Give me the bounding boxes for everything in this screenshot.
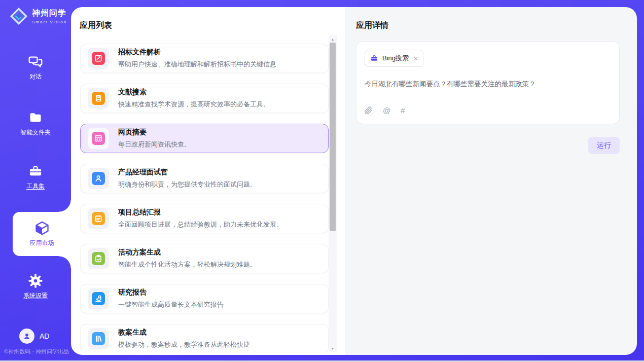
brand-name: 神州问学 [32, 8, 67, 19]
folder-icon [28, 111, 43, 125]
scrollbar-thumb[interactable] [330, 43, 336, 231]
tool-chip-label: Bing搜索 [382, 54, 409, 63]
app-name: 研究报告 [118, 288, 224, 297]
books-icon [94, 335, 102, 343]
list-item[interactable]: 网页摘要 每日政府新闻资讯快查。 [80, 124, 329, 153]
app-texts: 产品经理面试官 明确身份和职责，为您提供专业性的面试问题。 [118, 168, 257, 189]
sidebar-item-label: 应用市场 [30, 239, 54, 247]
app-name: 招标文件解析 [118, 48, 276, 57]
app-description: 每日政府新闻资讯快查。 [118, 140, 191, 149]
app-name: 活动方案生成 [118, 248, 257, 257]
app-description: 明确身份和职责，为您提供专业性的面试问题。 [118, 180, 257, 189]
app-name: 产品经理面试官 [118, 168, 257, 177]
prompt-text[interactable]: 今日湖北有哪些新闻要点？有哪些需要关注的最新政策？ [365, 80, 611, 106]
app-texts: 项目总结汇报 全面回顾项目进展，总结经验教训，助力未来优化发展。 [118, 208, 283, 229]
book-icon [94, 94, 102, 102]
app-texts: 教案生成 模板驱动，教案秒成，教学准备从此轻松快捷 [118, 328, 250, 349]
app-name: 项目总结汇报 [118, 208, 283, 217]
chip-close-icon[interactable]: × [414, 55, 418, 62]
clipboard-check-icon [92, 252, 105, 265]
briefcase-icon [370, 54, 378, 62]
app-icon-box [88, 88, 109, 109]
app-texts: 文献搜索 快速精准查找学术资源，提高研究效率的必备工具。 [118, 88, 270, 109]
sidebar-item-toolbox[interactable]: 工具集 [0, 164, 71, 191]
list-item[interactable]: 招标文件解析 帮助用户快速、准确地理解和解析招标书中的关键信息 [80, 44, 329, 73]
app-description: 一键智能生成高质量长文本研究报告 [118, 300, 224, 309]
tab-curve-top [59, 200, 71, 212]
brand-logo-icon [9, 7, 28, 26]
brand-subtitle: Smart Vision [32, 20, 67, 24]
app-list: 招标文件解析 帮助用户快速、准确地理解和解析招标书中的关键信息 文献搜索 快速精… [80, 44, 329, 352]
brand-logo: 神州问学 Smart Vision [9, 7, 67, 26]
user-initials: AD [40, 332, 49, 340]
app-icon-box [88, 208, 109, 229]
app-texts: 网页摘要 每日政府新闻资讯快查。 [118, 128, 191, 149]
sidebar-item-folder[interactable]: 智能文件夹 [0, 111, 71, 137]
browser-code-icon [92, 132, 105, 145]
list-item[interactable]: 文献搜索 快速精准查找学术资源，提高研究效率的必备工具。 [80, 84, 329, 113]
run-button[interactable]: 运行 [588, 137, 620, 154]
prompt-card: Bing搜索 × 今日湖北有哪些新闻要点？有哪些需要关注的最新政策？ @ # [356, 41, 620, 124]
microscope-icon [92, 292, 105, 305]
user-account[interactable]: AD [19, 329, 49, 344]
gear-icon [28, 274, 43, 288]
pen-document-icon [92, 52, 105, 65]
sidebar-item-chat[interactable]: 对话 [0, 55, 71, 81]
prompt-toolbar: @ # [365, 106, 611, 116]
app-texts: 研究报告 一键智能生成高质量长文本研究报告 [118, 288, 224, 309]
app-description: 帮助用户快速、准确地理解和解析招标书中的关键信息 [118, 60, 276, 69]
list-item[interactable]: 活动方案生成 智能生成个性化活动方案，轻松解决规划难题。 [80, 244, 329, 273]
tool-chip[interactable]: Bing搜索 × [365, 50, 423, 67]
tab-curve-bottom [59, 256, 71, 268]
book-icon [92, 92, 105, 105]
run-row: 运行 [356, 137, 620, 154]
books-icon [92, 332, 105, 345]
list-item[interactable]: 教案生成 模板驱动，教案秒成，教学准备从此轻松快捷 [80, 324, 329, 352]
browser-code-icon [94, 134, 102, 142]
app-texts: 招标文件解析 帮助用户快速、准确地理解和解析招标书中的关键信息 [118, 48, 276, 69]
microscope-icon [94, 295, 102, 303]
sidebar-item-gear[interactable]: 系统设置 [0, 274, 71, 300]
sidebar-item-cube[interactable]: 应用市场 [13, 212, 71, 256]
app-description: 全面回顾项目进展，总结经验教训，助力未来优化发展。 [118, 220, 283, 229]
cube-icon [34, 221, 50, 236]
mention-icon[interactable]: @ [383, 106, 390, 115]
sidebar-item-label: 系统设置 [23, 292, 48, 300]
app-description: 模板驱动，教案秒成，教学准备从此轻松快捷 [118, 340, 250, 349]
avatar [19, 329, 34, 344]
app-icon-box [88, 248, 109, 269]
calendar-note-icon [94, 214, 102, 223]
calendar-note-icon [92, 212, 105, 225]
paperclip-icon[interactable] [365, 106, 373, 115]
app-icon-box [88, 288, 109, 309]
app-icon-box [88, 168, 109, 189]
sidebar-item-label: 对话 [29, 73, 42, 81]
app-list-panel: 应用列表 招标文件解析 帮助用户快速、准确地理解和解析招标书中的关键信息 文献搜… [71, 7, 345, 355]
copyright-text: ©神州数码 · 神州问学出品 [4, 348, 71, 355]
person-document-icon [94, 174, 102, 183]
main-content: 应用列表 招标文件解析 帮助用户快速、准确地理解和解析招标书中的关键信息 文献搜… [71, 7, 637, 355]
scroll-up-icon[interactable]: ▲ [329, 35, 337, 43]
app-name: 网页摘要 [118, 128, 191, 137]
app-list-title: 应用列表 [80, 20, 345, 31]
app-icon-box [88, 128, 109, 149]
list-item[interactable]: 产品经理面试官 明确身份和职责，为您提供专业性的面试问题。 [80, 164, 329, 193]
app-texts: 活动方案生成 智能生成个性化活动方案，轻松解决规划难题。 [118, 248, 257, 269]
scrollbar[interactable]: ▲ ▼ [329, 35, 337, 352]
list-item[interactable]: 研究报告 一键智能生成高质量长文本研究报告 [80, 284, 329, 313]
app-name: 文献搜索 [118, 88, 270, 97]
app-name: 教案生成 [118, 328, 250, 337]
clipboard-check-icon [94, 255, 102, 263]
app-icon-box [88, 328, 109, 349]
hash-icon[interactable]: # [401, 106, 405, 115]
scroll-down-icon[interactable]: ▼ [329, 345, 337, 352]
app-description: 快速精准查找学术资源，提高研究效率的必备工具。 [118, 100, 270, 109]
person-document-icon [92, 172, 105, 185]
app-detail-panel: 应用详情 Bing搜索 × 今日湖北有哪些新闻要点？有哪些需要关注的最新政策？ [345, 7, 637, 355]
sidebar: 神州问学 Smart Vision 对话 智能文件夹 工具集 应用市场 系统设置 [0, 0, 71, 360]
list-item[interactable]: 项目总结汇报 全面回顾项目进展，总结经验教训，助力未来优化发展。 [80, 204, 329, 233]
app-detail-title: 应用详情 [356, 20, 620, 31]
toolbox-icon [28, 164, 43, 178]
sidebar-item-label: 工具集 [26, 182, 45, 191]
person-icon [22, 332, 31, 341]
